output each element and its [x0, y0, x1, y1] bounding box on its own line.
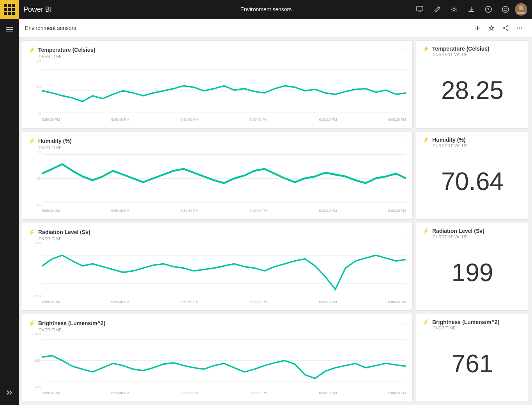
sidebar-expand-button[interactable] — [2, 385, 17, 400]
brightness-current-card: ⚡ Brightness (Lumens/m^2) OVER TIME 761 — [416, 314, 529, 402]
radiation-chart-more[interactable]: ··· — [400, 228, 406, 236]
temperature-current-subtitle: CURRENT VALUE — [433, 53, 522, 57]
app-title: Power BI — [23, 5, 412, 14]
humidity-current-card: ⚡ Humidity (%) CURRENT VALUE 70.64 — [416, 132, 529, 220]
waffle-button[interactable] — [0, 0, 19, 19]
svg-point-15 — [517, 27, 518, 28]
brightness-chart-icon: ⚡ — [28, 320, 35, 326]
svg-point-14 — [503, 27, 504, 29]
radiation-current-header: ⚡ Radiation Level (Sv) — [422, 228, 522, 234]
temperature-chart-icon: ⚡ — [28, 47, 35, 53]
radiation-current-subtitle: CURRENT VALUE — [433, 235, 522, 239]
svg-point-5 — [504, 9, 505, 9]
sub-header: Environment sensors — [19, 19, 532, 37]
humidity-chart-title: Humidity (%) — [38, 138, 72, 144]
radiation-x-labels: 5:59:30 PM 5:59:40 PM 5:59:50 PM 6:00:00… — [42, 298, 406, 306]
humidity-y-labels: 90 80 70 — [28, 150, 42, 207]
brightness-current-icon: ⚡ — [422, 319, 429, 325]
temperature-chart-header: ⚡ Temperature (Celsius) ··· — [28, 46, 406, 54]
radiation-y-labels: 200 190 — [28, 241, 42, 298]
brightness-current-subtitle: OVER TIME — [433, 326, 522, 330]
brightness-current-header: ⚡ Brightness (Lumens/m^2) — [422, 319, 522, 325]
temperature-current-value: 28.25 — [422, 57, 522, 123]
temperature-current-icon: ⚡ — [422, 46, 429, 52]
brightness-current-title: Brightness (Lumens/m^2) — [432, 319, 499, 325]
humidity-chart-more[interactable]: ··· — [400, 137, 406, 145]
more-options-button[interactable] — [513, 22, 526, 34]
brightness-chart-header: ⚡ Brightness (Lumens/m^2) ··· — [28, 319, 406, 327]
radiation-current-value: 199 — [422, 239, 522, 306]
humidity-x-labels: 5:59:30 PM 5:59:40 PM 5:59:50 PM 6:00:00… — [42, 207, 406, 215]
main-layout: Environment sensors — [0, 19, 532, 405]
svg-point-4 — [502, 6, 509, 12]
comment-button[interactable] — [412, 2, 428, 17]
user-avatar[interactable] — [515, 3, 527, 16]
radiation-current-title: Radiation Level (Sv) — [432, 228, 484, 234]
temperature-chart-more[interactable]: ··· — [400, 46, 406, 54]
sidebar-menu-button[interactable] — [2, 22, 17, 37]
brightness-chart-card: ⚡ Brightness (Lumens/m^2) ··· OVER TIME … — [22, 314, 413, 402]
svg-rect-11 — [6, 32, 13, 32]
humidity-chart-header: ⚡ Humidity (%) ··· — [28, 137, 406, 145]
svg-point-1 — [453, 8, 455, 11]
brightness-y-labels: 1,000 800 600 — [28, 332, 42, 389]
temperature-chart-card: ⚡ Temperature (Celsius) ··· OVER TIME 40… — [22, 40, 413, 129]
radiation-chart-icon: ⚡ — [28, 229, 35, 235]
waffle-icon — [4, 4, 15, 15]
temperature-chart-subtitle: OVER TIME — [39, 55, 406, 59]
humidity-current-header: ⚡ Humidity (%) — [422, 137, 522, 143]
dashboard: ⚡ Temperature (Celsius) ··· OVER TIME 40… — [19, 37, 532, 405]
radiation-chart-title: Radiation Level (Sv) — [38, 229, 90, 235]
humidity-current-subtitle: CURRENT VALUE — [433, 144, 522, 148]
temperature-chart-title: Temperature (Celsius) — [38, 47, 95, 53]
humidity-current-title: Humidity (%) — [432, 137, 466, 143]
sidebar — [0, 19, 19, 405]
favorite-button[interactable] — [485, 22, 498, 34]
temperature-y-labels: 40 20 0 — [28, 59, 42, 116]
settings-button[interactable] — [446, 2, 462, 17]
humidity-chart-area: 90 80 70 5:59:30 PM 5: — [28, 150, 406, 215]
brightness-chart-title: Brightness (Lumens/m^2) — [38, 320, 105, 326]
help-button[interactable]: ? — [481, 2, 496, 17]
smiley-button[interactable] — [498, 2, 513, 17]
add-button[interactable] — [471, 22, 484, 34]
svg-rect-9 — [6, 27, 13, 28]
radiation-chart-inner — [42, 241, 406, 298]
humidity-current-icon: ⚡ — [422, 137, 429, 143]
svg-point-13 — [507, 29, 508, 31]
svg-rect-10 — [6, 29, 13, 30]
brightness-current-value: 761 — [422, 330, 522, 397]
humidity-chart-card: ⚡ Humidity (%) ··· OVER TIME 90 80 70 — [22, 132, 413, 220]
radiation-chart-card: ⚡ Radiation Level (Sv) ··· OVER TIME 200… — [22, 223, 413, 311]
temperature-chart-area: 40 20 0 5:59:30 PM 5:5 — [28, 59, 406, 123]
temperature-current-header: ⚡ Temperature (Celsius) — [422, 46, 522, 52]
svg-point-12 — [507, 25, 508, 27]
radiation-chart-area: 200 190 5:59:30 PM 5:59:40 PM 5:59:50 — [28, 241, 406, 306]
svg-rect-0 — [417, 6, 423, 11]
brightness-chart-subtitle: OVER TIME — [39, 328, 406, 332]
radiation-chart-subtitle: OVER TIME — [39, 237, 406, 241]
page-title-nav: Environment sensors — [240, 6, 292, 12]
brightness-x-labels: 5:59:30 PM 5:59:40 PM 5:59:50 PM 6:00:00… — [42, 389, 406, 397]
nav-icons: ? — [412, 2, 530, 17]
edit-button[interactable] — [429, 2, 445, 17]
sub-header-icons — [471, 22, 526, 34]
temperature-x-labels: 5:59:30 PM 5:59:40 PM 5:59:50 PM 6:00:00… — [42, 116, 406, 123]
svg-point-6 — [506, 9, 507, 9]
svg-text:?: ? — [487, 7, 489, 12]
download-button[interactable] — [463, 2, 479, 17]
sub-header-title: Environment sensors — [25, 25, 471, 31]
top-nav: Power BI Environment sensors ? — [0, 0, 532, 19]
brightness-chart-more[interactable]: ··· — [400, 319, 406, 327]
humidity-chart-inner — [42, 150, 406, 207]
svg-point-8 — [519, 5, 523, 10]
temperature-chart-inner — [42, 59, 406, 116]
brightness-chart-inner — [42, 332, 406, 389]
svg-point-16 — [519, 27, 520, 28]
svg-point-17 — [521, 27, 522, 28]
share-button[interactable] — [499, 22, 512, 34]
humidity-chart-icon: ⚡ — [28, 138, 35, 144]
brightness-chart-area: 1,000 800 600 5:59:30 PM — [28, 332, 406, 397]
radiation-current-icon: ⚡ — [422, 228, 429, 234]
humidity-current-value: 70.64 — [422, 148, 522, 215]
